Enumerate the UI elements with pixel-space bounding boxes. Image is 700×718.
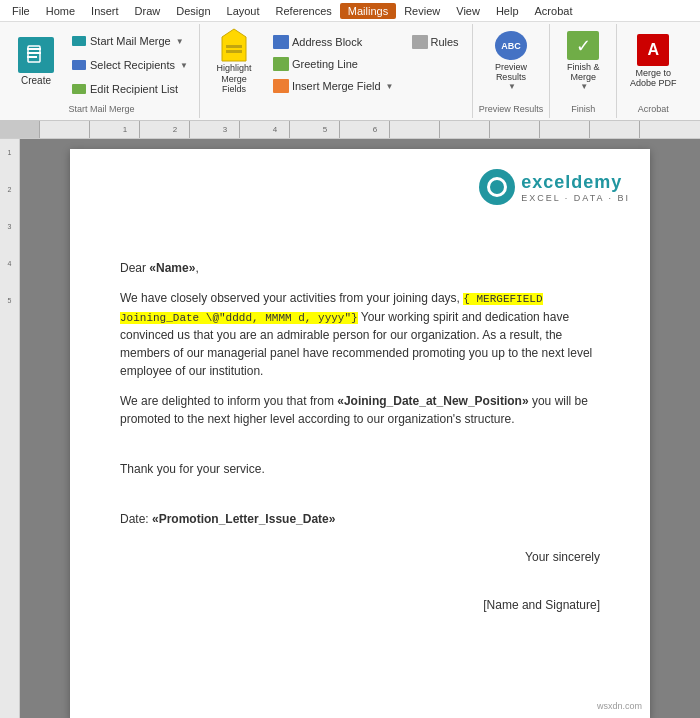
ruler-num-1: 1	[100, 121, 150, 139]
insert-field-chevron: ▼	[386, 82, 394, 91]
logo-main-text: exceldemy	[521, 172, 630, 193]
menu-review[interactable]: Review	[396, 3, 448, 19]
greeting-line-icon	[273, 57, 289, 71]
preview-icon: ABC	[495, 31, 527, 60]
closing-line: Your sincerely	[120, 548, 600, 566]
preview-results-group: ABC Preview Results ▼ Preview Results	[473, 24, 551, 118]
write-insert-group: HighlightMerge Fields Address Block Gree…	[200, 24, 473, 118]
ribbon: Create Start Mail Merge ▼ Select Recipie…	[0, 22, 700, 121]
document-area: 1 2 3 4 5 exceldemy EXCEL · DATA · BI De…	[0, 139, 700, 718]
greeting-line-button[interactable]: Greeting Line	[266, 54, 401, 74]
ruler-track: 1 2 3 4 5 6	[40, 121, 640, 138]
address-block-icon	[273, 35, 289, 49]
highlight-icon	[220, 27, 248, 63]
finish-group: ✓ Finish & Merge ▼ Finish	[550, 24, 617, 118]
document-page: exceldemy EXCEL · DATA · BI Dear «Name»,…	[70, 149, 650, 718]
merge-to-adobe-button[interactable]: A Merge to Adobe PDF	[623, 28, 683, 94]
logo-sub-text: EXCEL · DATA · BI	[521, 193, 630, 203]
svg-rect-1	[27, 52, 41, 54]
menu-layout[interactable]: Layout	[219, 3, 268, 19]
rules-button[interactable]: Rules	[405, 32, 466, 52]
start-merge-icon	[71, 33, 87, 49]
finish-merge-button[interactable]: ✓ Finish & Merge ▼	[556, 28, 610, 94]
ruler-num-6: 6	[350, 121, 400, 139]
menu-mailings[interactable]: Mailings	[340, 3, 396, 19]
highlight-label: HighlightMerge Fields	[211, 63, 257, 95]
vruler-1: 1	[8, 149, 12, 156]
edit-list-icon	[71, 81, 87, 97]
menu-file[interactable]: File	[4, 3, 38, 19]
para1-before: We have closely observed your activities…	[120, 291, 460, 305]
highlight-merge-fields-button[interactable]: HighlightMerge Fields	[206, 28, 262, 94]
dear-paragraph: Dear «Name»,	[120, 259, 600, 277]
menu-home[interactable]: Home	[38, 3, 83, 19]
closing-section: Your sincerely [Name and Signature]	[120, 548, 600, 614]
adobe-icon: A	[637, 34, 669, 66]
finish-label: Finish & Merge	[567, 62, 600, 82]
logo-text: exceldemy EXCEL · DATA · BI	[521, 172, 630, 203]
preview-group-label: Preview Results	[479, 100, 544, 114]
preview-label: Preview Results	[495, 62, 527, 82]
vruler-2: 2	[8, 186, 12, 193]
abc-label: ABC	[501, 41, 521, 51]
select-recipients-button[interactable]: Select Recipients ▼	[66, 54, 193, 76]
logo-icon-inner	[487, 177, 507, 197]
document-content: Dear «Name», We have closely observed yo…	[120, 259, 600, 614]
menu-help[interactable]: Help	[488, 3, 527, 19]
menu-insert[interactable]: Insert	[83, 3, 127, 19]
acrobat-label: Merge to Adobe PDF	[630, 68, 677, 88]
create-label: Create	[21, 75, 51, 86]
finish-group-label: Finish	[571, 100, 595, 114]
svg-rect-6	[226, 50, 242, 53]
menu-bar: File Home Insert Draw Design Layout Refe…	[0, 0, 700, 22]
insert-field-icon	[273, 79, 289, 93]
recipients-chevron: ▼	[180, 61, 188, 70]
acrobat-group-label: Acrobat	[638, 100, 669, 114]
recipients-icon	[71, 57, 87, 73]
date-line: Date: «Promotion_Letter_Issue_Date»	[120, 510, 600, 528]
start-mail-merge-group: Create Start Mail Merge ▼ Select Recipie…	[4, 24, 200, 118]
menu-acrobat[interactable]: Acrobat	[527, 3, 581, 19]
svg-rect-0	[27, 48, 41, 50]
start-merge-group-label: Start Mail Merge	[68, 100, 134, 114]
address-block-button[interactable]: Address Block	[266, 32, 401, 52]
thank-you-line: Thank you for your service.	[120, 460, 600, 478]
vruler-5: 5	[8, 297, 12, 304]
acrobat-group: A Merge to Adobe PDF Acrobat	[617, 24, 689, 118]
svg-rect-5	[226, 45, 242, 48]
logo-icon	[479, 169, 515, 205]
finish-icon: ✓	[567, 31, 599, 60]
menu-draw[interactable]: Draw	[127, 3, 169, 19]
signature-line: [Name and Signature]	[120, 596, 600, 614]
spacer2	[120, 490, 600, 510]
watermark: wsxdn.com	[597, 701, 642, 711]
finish-chevron: ▼	[580, 82, 588, 91]
vruler-4: 4	[8, 260, 12, 267]
ruler-num-2: 2	[150, 121, 200, 139]
edit-recipient-list-button[interactable]: Edit Recipient List	[66, 78, 193, 100]
rules-icon	[412, 35, 428, 49]
start-merge-chevron: ▼	[176, 37, 184, 46]
preview-chevron: ▼	[508, 82, 516, 91]
create-button[interactable]: Create	[10, 28, 62, 94]
paragraph-1: We have closely observed your activities…	[120, 289, 600, 380]
vruler-3: 3	[8, 223, 12, 230]
create-icon	[18, 37, 54, 73]
paragraph-2: We are delighted to inform you that from…	[120, 392, 600, 428]
insert-merge-field-button[interactable]: Insert Merge Field ▼	[266, 76, 401, 96]
spacer	[120, 440, 600, 460]
preview-results-button[interactable]: ABC Preview Results ▼	[484, 28, 538, 94]
menu-references[interactable]: References	[268, 3, 340, 19]
ruler-num-3: 3	[200, 121, 250, 139]
ruler-num-5: 5	[300, 121, 350, 139]
horizontal-ruler: 1 2 3 4 5 6	[0, 121, 700, 139]
ruler-numbers: 1 2 3 4 5 6	[100, 121, 630, 139]
exceldemy-logo: exceldemy EXCEL · DATA · BI	[479, 169, 630, 205]
document-scroll[interactable]: exceldemy EXCEL · DATA · BI Dear «Name»,…	[20, 139, 700, 718]
name-bold: «Name»	[149, 261, 195, 275]
ruler-num-4: 4	[250, 121, 300, 139]
menu-design[interactable]: Design	[168, 3, 218, 19]
start-mail-merge-button[interactable]: Start Mail Merge ▼	[66, 30, 193, 52]
vertical-ruler: 1 2 3 4 5	[0, 139, 20, 718]
menu-view[interactable]: View	[448, 3, 488, 19]
